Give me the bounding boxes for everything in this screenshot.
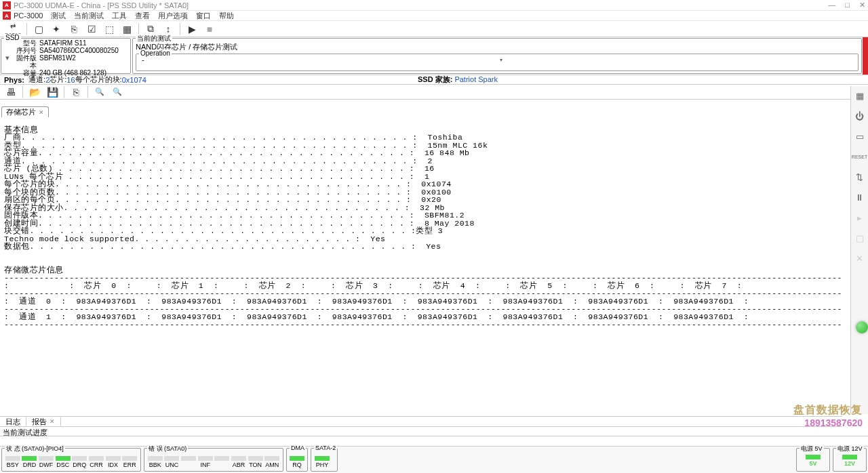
phys-label: Phys: [4,76,24,84]
copy-button[interactable]: ⎘ [68,85,84,99]
chip-tab[interactable]: 存储芯片 ✕ [1,106,49,117]
ssd-info-panel: SSD ▾ 型号SATAFIRM S11 序列号SA5407860CC40008… [1,38,131,74]
led-ton: TON [248,456,264,468]
menu-current-test[interactable]: 当前测试 [74,11,104,21]
led-dwf: DWF [38,456,54,468]
separator [22,86,23,98]
led-amn: AMN [264,456,280,468]
close-button[interactable]: ✕ [859,1,865,9]
side-btn-reset[interactable]: RESET [853,150,867,163]
menu-app[interactable]: PC-3000 [14,12,43,20]
play-button[interactable]: ▶ [184,22,200,36]
print-button[interactable]: 🖶 [3,85,19,99]
titlebar: A PC-3000 UDMA-E - China - [PS SSD Utili… [0,0,868,11]
led- [180,456,197,468]
side-btn-power[interactable]: ⏻ [853,109,867,123]
separator [180,23,180,35]
op-legend: Operation [139,49,172,57]
led-bsy: BSY [5,456,21,468]
progress-label: 当前测试进度 [0,427,868,436]
tab-close-icon[interactable]: ✕ [39,109,44,116]
test-legend: 当前的测试 [136,34,172,43]
ssd-dropdown-caret[interactable]: ▾ [4,54,11,62]
tool-5[interactable]: ⬚ [101,22,117,36]
minimize-button[interactable]: — [828,1,835,9]
power-12v-group: 电源 12V 12V [833,448,867,472]
app-icon-small: A [3,12,11,20]
log-tab[interactable]: 日志 [0,417,26,426]
ssd-serial: SA5407860CC400080250 [39,47,119,54]
tool-2[interactable]: ✦ [48,22,64,36]
test-path: NAND闪存芯片 / 存储芯片测试 [136,42,859,52]
menu-tools[interactable]: 工具 [112,11,127,21]
chip-count: 16 [66,76,75,84]
blocks-per-chip: 0x1074 [122,76,146,84]
main-toolbar: ⇄SATA0 ▢ ✦ ⎘ ☑ ⬚ ▦ ⧉ ↕ ▶ ■ [0,21,868,37]
led-rq: RQ [290,456,304,468]
tool-6[interactable]: ▦ [119,22,135,36]
ssd-firmware: SBFM81W2 [39,54,76,69]
tool-1[interactable]: ▢ [31,22,47,36]
led-abr: ABR [231,456,247,468]
ssd-capacity: 240 GB (468 862 128) [39,69,106,77]
side-btn-3[interactable]: ▭ [853,129,867,143]
ssd-legend: SSD [4,34,21,41]
maximize-button[interactable]: □ [845,1,850,9]
side-btn-7[interactable]: ▸ [853,211,867,224]
info-row: SSD ▾ 型号SATAFIRM S11 序列号SA5407860CC40008… [0,37,868,75]
separator [87,86,88,98]
red-indicator [863,37,868,75]
led-unc: UNC [164,456,180,468]
app-icon: A [3,1,11,9]
secondary-toolbar: 🖶 📂 💾 ⎘ 🔍 🔍 [0,85,868,100]
tab-close-icon[interactable]: ✕ [50,418,55,425]
bottom-tabs: 日志 报告✕ [0,416,842,427]
ssd-family-link[interactable]: Patriot Spark [454,75,498,83]
separator [138,23,139,35]
side-btn-8[interactable]: ▢ [853,231,867,245]
find-button[interactable]: 🔍 [92,85,108,99]
ssd-model: SATAFIRM S11 [39,39,87,47]
menu-test[interactable]: 测试 [51,11,66,21]
green-orb-icon [856,321,868,333]
led-idx: IDX [105,456,121,468]
separator [64,86,64,98]
open-button[interactable]: 📂 [26,85,43,99]
current-test-panel: 当前的测试 NAND闪存芯片 / 存储芯片测试 Operation - ▾ [132,38,862,74]
side-btn-pause[interactable]: ⏸ [853,190,867,204]
dma-group: DMA RQ [286,448,308,472]
log-area: 基本信息 厂商. . . . . . . . . . . . . . . . .… [0,117,842,415]
phys-status-line: Phys: 通道: 2 芯片: 16 每个芯片的块: 0x1074 SSD 家族… [0,75,868,85]
statusbar: 状 态 (SATA0)-[PIO4] BSYDRDDWFDSCDRQCRRIDX… [0,446,868,473]
side-btn-1[interactable]: ▦ [853,89,867,102]
save-button[interactable]: 💾 [44,85,60,99]
sata2-group: SATA-2 PHY [311,448,338,472]
window-title: PC-3000 UDMA-E - China - [PS SSD Utility… [14,1,189,9]
log-content: 基本信息 厂商. . . . . . . . . . . . . . . . .… [0,117,842,337]
find-next-button[interactable]: 🔍 [109,85,125,99]
separator [26,23,27,35]
operation-dropdown[interactable]: - ▾ [139,56,855,64]
side-btn-5[interactable]: ⇅ [853,170,867,184]
led- [214,456,231,468]
stop-button[interactable]: ■ [201,22,218,36]
error-group: 错 误 (SATA0) BBKUNCINFABRTONAMN [144,448,283,472]
menu-window[interactable]: 窗口 [196,11,211,21]
tool-4[interactable]: ☑ [83,22,100,36]
tool-3[interactable]: ⎘ [66,22,82,36]
led-crr: CRR [88,456,104,468]
led-inf: INF [197,456,214,468]
operation-group: Operation - ▾ [136,54,859,71]
menu-options[interactable]: 用户选项 [158,11,188,21]
side-btn-9[interactable]: ✕ [853,251,867,265]
menubar: A PC-3000 测试 当前测试 工具 查看 用户选项 窗口 帮助 [0,11,868,21]
power-5v-group: 电源 5V 5V [796,448,830,472]
chevron-down-icon: ▾ [500,57,502,63]
menu-help[interactable]: 帮助 [219,11,234,21]
report-tab[interactable]: 报告✕ [26,417,61,426]
led-phy: PHY [314,456,330,468]
led-bbk: BBK [147,456,163,468]
led-dsc: DSC [55,456,71,468]
menu-view[interactable]: 查看 [135,11,150,21]
state-group: 状 态 (SATA0)-[PIO4] BSYDRDDWFDSCDRQCRRIDX… [1,448,141,472]
